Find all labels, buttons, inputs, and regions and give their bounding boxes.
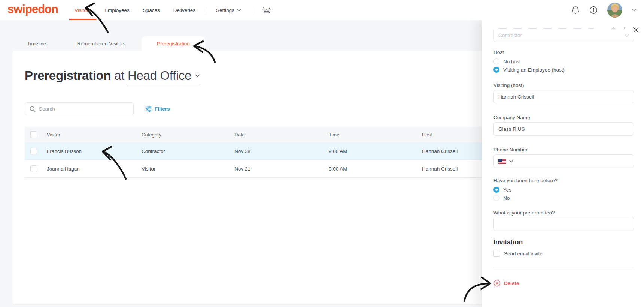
table-row-joanna-hagan[interactable]: Joanna Hagan Visitor Nov 21 9:00 AM Hann… [25, 160, 484, 178]
radio-selected-icon [493, 187, 499, 193]
visiting-host-label: Visiting (host) [493, 82, 634, 88]
delete-button[interactable]: Delete [493, 280, 519, 287]
radio-icon [493, 58, 499, 64]
location-selector[interactable]: Head Office [128, 69, 200, 85]
filters-sliders-icon [145, 106, 152, 112]
cell-category: Visitor [142, 166, 234, 172]
company-name-field[interactable] [493, 122, 634, 136]
cell-date: Nov 28 [234, 148, 329, 154]
radio-no-host[interactable]: No host [493, 58, 634, 65]
phone-number-label: Phone Number [493, 147, 634, 153]
tab-preregistration[interactable]: Preregistration [142, 36, 205, 51]
been-here-before-label: Have you been here before? [493, 178, 634, 183]
delete-x-circle-icon [493, 280, 501, 287]
navbar-right-group [571, 3, 637, 18]
table-header-row: Visitor Category Date Time Host [25, 127, 484, 142]
chevron-down-icon [509, 160, 513, 163]
visiting-host-field[interactable] [493, 90, 634, 103]
column-header-category: Category [142, 132, 234, 138]
row-checkbox[interactable] [30, 165, 37, 172]
radio-visiting-employee[interactable]: Visiting an Employee (host) [493, 66, 634, 73]
cell-category: Contractor [142, 148, 234, 154]
column-header-date: Date [234, 132, 329, 138]
swipedon-logo[interactable]: swipedon [7, 3, 58, 16]
top-navbar: swipedon Visitors Employees Spaces Deliv… [0, 0, 644, 20]
user-avatar[interactable] [607, 3, 622, 18]
preregistration-card: Preregistration at Head Office Filters V… [12, 51, 484, 304]
nav-item-deliveries[interactable]: Deliveries [173, 0, 195, 20]
page-title-main: Preregistration [25, 69, 111, 82]
notifications-bell-icon[interactable] [571, 6, 580, 15]
column-header-time: Time [329, 132, 422, 138]
preregistration-table: Visitor Category Date Time Host Francis … [25, 127, 484, 178]
page-title-connector: at [114, 69, 124, 82]
nav-item-employees[interactable]: Employees [104, 0, 130, 20]
cell-time: 9:00 AM [329, 166, 422, 172]
tab-remembered-visitors[interactable]: Remembered Visitors [61, 36, 142, 51]
search-icon [30, 106, 36, 112]
radio-icon [493, 195, 499, 201]
search-input[interactable] [39, 106, 130, 112]
send-email-invite-checkbox[interactable]: Send email invite [493, 250, 634, 257]
search-box[interactable] [25, 102, 134, 115]
clipped-content-fragment [498, 28, 594, 29]
chevron-down-icon [237, 9, 241, 12]
nav-divider [252, 7, 252, 13]
preferred-tea-label: What is your preferred tea? [493, 210, 634, 216]
nav-item-spaces[interactable]: Spaces [143, 0, 160, 20]
host-section-label: Host [493, 49, 634, 55]
cell-host: Hannah Crissell [422, 166, 484, 172]
cell-time: 9:00 AM [329, 148, 422, 154]
cell-host: Hannah Crissell [422, 148, 484, 154]
nav-item-visitors[interactable]: Visitors [75, 0, 91, 20]
chevron-down-icon [625, 34, 629, 37]
column-header-host: Host [422, 132, 484, 138]
category-select[interactable]: Contractor [493, 29, 634, 42]
info-icon[interactable] [589, 6, 598, 14]
radio-no[interactable]: No [493, 194, 634, 202]
panel-divider [493, 267, 634, 267]
cell-visitor: Francis Busson [47, 148, 142, 154]
checkbox-icon [493, 250, 500, 257]
radio-yes[interactable]: Yes [493, 186, 634, 193]
filters-button[interactable]: Filters [145, 102, 170, 115]
kiosk-siren-icon[interactable] [262, 6, 271, 15]
cell-date: Nov 21 [234, 166, 329, 172]
nav-divider [206, 7, 206, 13]
row-checkbox[interactable] [30, 148, 37, 154]
account-chevron-down-icon[interactable] [632, 9, 637, 12]
tab-timeline[interactable]: Timeline [12, 36, 61, 51]
cell-visitor: Joanna Hagan [47, 166, 142, 172]
chevron-down-icon [195, 74, 200, 77]
column-header-visitor: Visitor [47, 132, 142, 138]
select-all-checkbox[interactable] [30, 131, 37, 138]
visitors-tab-bar: Timeline Remembered Visitors Preregistra… [12, 36, 205, 51]
nav-item-settings[interactable]: Settings [216, 0, 241, 20]
table-row-francis-busson[interactable]: Francis Busson Contractor Nov 28 9:00 AM… [25, 142, 484, 160]
radio-selected-icon [493, 67, 499, 73]
page-title: Preregistration at Head Office [25, 69, 200, 85]
preferred-tea-field[interactable] [493, 217, 634, 231]
phone-number-field[interactable] [493, 154, 634, 168]
company-name-label: Company Name [493, 115, 634, 120]
us-flag-icon [498, 159, 506, 164]
invitation-heading: Invitation [493, 238, 634, 246]
visitor-detail-panel: Contractor Host No host Visiting an Empl… [482, 20, 644, 307]
